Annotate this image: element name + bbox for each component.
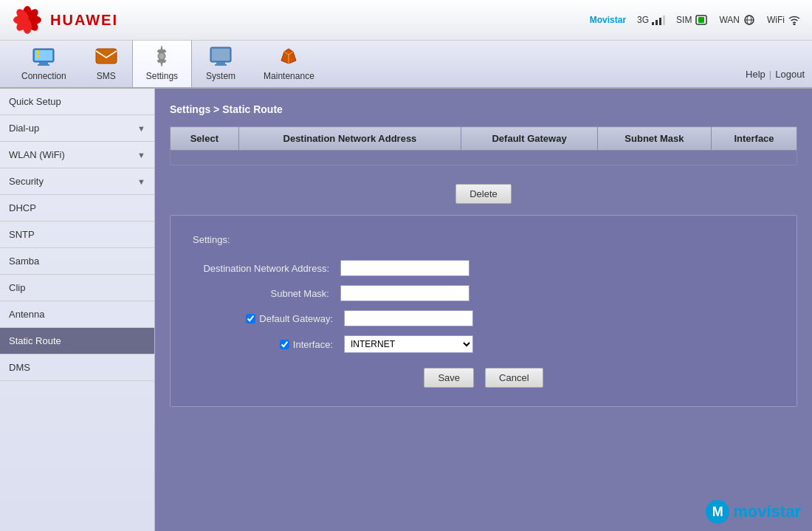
content-area: Settings > Static Route Select Destinati… bbox=[155, 89, 812, 531]
subnet-mask-label: Subnet Mask: bbox=[193, 288, 340, 299]
header: HUAWEI Movistar 3G SIM WAN bbox=[0, 0, 812, 41]
sidebar-item-wlan-wifi[interactable]: WLAN (WiFi) ▼ bbox=[0, 142, 154, 168]
cancel-button[interactable]: Cancel bbox=[485, 368, 543, 388]
sidebar-item-static-route[interactable]: Static Route bbox=[0, 328, 154, 354]
settings-title: Settings: bbox=[193, 234, 774, 245]
nav-sms[interactable]: SMS bbox=[80, 38, 132, 87]
sidebar-item-samba[interactable]: Samba bbox=[0, 248, 154, 275]
security-arrow-icon: ▼ bbox=[137, 177, 145, 186]
svg-rect-9 bbox=[656, 20, 658, 25]
save-button[interactable]: Save bbox=[424, 368, 474, 388]
sms-icon bbox=[94, 44, 118, 68]
nav-settings-label: Settings bbox=[146, 71, 178, 81]
maintenance-icon bbox=[277, 44, 300, 68]
sidebar-label-dial-up: Dial-up bbox=[9, 123, 39, 134]
svg-rect-21 bbox=[38, 64, 49, 66]
help-link[interactable]: Help bbox=[746, 69, 765, 80]
interface-checkbox[interactable] bbox=[280, 340, 289, 349]
brand-name: HUAWEI bbox=[50, 12, 118, 29]
sidebar-item-quick-setup[interactable]: Quick Setup bbox=[0, 89, 154, 115]
delete-row: Delete bbox=[170, 177, 797, 211]
logo-area: HUAWEI bbox=[11, 6, 118, 34]
default-gateway-input[interactable] bbox=[344, 310, 473, 326]
sim-icon bbox=[695, 15, 708, 25]
sidebar-item-clip[interactable]: Clip bbox=[0, 275, 154, 301]
svg-rect-8 bbox=[652, 22, 654, 25]
wan-status: WAN bbox=[719, 15, 756, 25]
sidebar-item-security[interactable]: Security ▼ bbox=[0, 168, 154, 195]
movistar-logo-icon: M bbox=[706, 500, 729, 524]
sidebar-item-sntp[interactable]: SNTP bbox=[0, 222, 154, 248]
sim-status: SIM bbox=[676, 15, 708, 25]
wifi-status: WiFi bbox=[767, 15, 801, 25]
svg-rect-20 bbox=[39, 62, 48, 64]
main-layout: Quick Setup Dial-up ▼ WLAN (WiFi) ▼ Secu… bbox=[0, 89, 812, 531]
dest-network-input[interactable] bbox=[340, 260, 469, 276]
route-table: Select Destination Network Address Defau… bbox=[170, 126, 797, 165]
signal-3g-status: 3G bbox=[637, 15, 665, 25]
sim-label: SIM bbox=[676, 15, 692, 25]
sidebar-label-dms: DMS bbox=[9, 362, 30, 373]
interface-row: Interface: INTERNET LAN 3G bbox=[193, 335, 774, 353]
signal-3g-label: 3G bbox=[637, 15, 649, 25]
connection-icon bbox=[32, 44, 55, 68]
breadcrumb: Settings > Static Route bbox=[170, 103, 797, 115]
sidebar-item-dms[interactable]: DMS bbox=[0, 354, 154, 381]
default-gateway-checkbox[interactable] bbox=[246, 314, 255, 323]
nav-sms-label: SMS bbox=[97, 71, 116, 81]
nav-bar: Connection SMS Settings bbox=[0, 41, 812, 89]
nav-divider: | bbox=[769, 69, 771, 80]
nav-help-logout: Help | Logout bbox=[746, 69, 805, 87]
huawei-logo-icon bbox=[11, 6, 44, 34]
svg-rect-13 bbox=[698, 17, 704, 23]
wlan-arrow-icon: ▼ bbox=[137, 151, 145, 160]
col-dest-network: Destination Network Address bbox=[238, 127, 461, 151]
settings-box: Settings: Destination Network Address: S… bbox=[170, 215, 797, 407]
logout-link[interactable]: Logout bbox=[775, 69, 805, 80]
status-bar: Movistar 3G SIM WAN bbox=[590, 15, 801, 25]
nav-settings[interactable]: Settings bbox=[132, 38, 192, 87]
sidebar-label-quick-setup: Quick Setup bbox=[9, 96, 61, 107]
wifi-icon bbox=[788, 15, 801, 25]
nav-connection[interactable]: Connection bbox=[7, 38, 80, 87]
sidebar-label-security: Security bbox=[9, 176, 44, 187]
nav-maintenance[interactable]: Maintenance bbox=[250, 38, 328, 87]
svg-point-26 bbox=[159, 53, 165, 59]
sidebar-item-dhcp[interactable]: DHCP bbox=[0, 195, 154, 222]
dest-network-label: Destination Network Address: bbox=[193, 263, 340, 274]
svg-rect-22 bbox=[36, 50, 39, 53]
svg-rect-30 bbox=[215, 64, 227, 66]
svg-rect-24 bbox=[96, 49, 117, 64]
col-default-gateway: Default Gateway bbox=[461, 127, 598, 151]
sidebar-item-dial-up[interactable]: Dial-up ▼ bbox=[0, 115, 154, 142]
dial-up-arrow-icon: ▼ bbox=[137, 124, 145, 133]
interface-label: Interface: bbox=[193, 339, 340, 350]
nav-connection-label: Connection bbox=[21, 71, 66, 81]
svg-point-17 bbox=[794, 24, 796, 26]
col-interface: Interface bbox=[711, 127, 796, 151]
svg-rect-11 bbox=[663, 16, 665, 25]
footer: M movistar bbox=[706, 500, 801, 524]
subnet-mask-row: Subnet Mask: bbox=[193, 285, 774, 301]
nav-maintenance-label: Maintenance bbox=[264, 71, 314, 81]
interface-select[interactable]: INTERNET LAN 3G bbox=[344, 335, 473, 353]
delete-button[interactable]: Delete bbox=[455, 184, 512, 204]
sidebar-item-antenna[interactable]: Antenna bbox=[0, 301, 154, 328]
sidebar: Quick Setup Dial-up ▼ WLAN (WiFi) ▼ Secu… bbox=[0, 89, 155, 531]
svg-rect-10 bbox=[659, 18, 661, 25]
wan-label: WAN bbox=[719, 15, 740, 25]
nav-system-label: System bbox=[206, 71, 235, 81]
subnet-mask-input[interactable] bbox=[340, 285, 469, 301]
svg-rect-29 bbox=[216, 62, 225, 64]
svg-rect-28 bbox=[212, 49, 230, 61]
movistar-brand: movistar bbox=[733, 502, 801, 521]
sidebar-label-samba: Samba bbox=[9, 256, 39, 267]
wifi-label: WiFi bbox=[767, 15, 785, 25]
settings-icon bbox=[150, 44, 173, 68]
svg-rect-23 bbox=[36, 55, 39, 58]
default-gateway-row: Default Gateway: bbox=[193, 310, 774, 326]
col-select: Select bbox=[171, 127, 239, 151]
default-gateway-label: Default Gateway: bbox=[193, 313, 340, 324]
nav-system[interactable]: System bbox=[192, 38, 250, 87]
form-actions: Save Cancel bbox=[193, 368, 774, 388]
